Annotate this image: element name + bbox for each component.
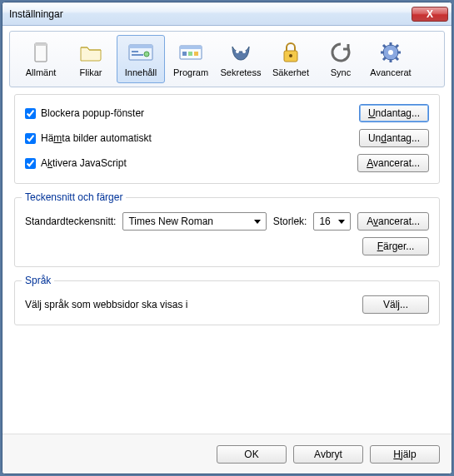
tab-label: Sync <box>331 67 351 77</box>
close-button[interactable]: X <box>412 7 448 22</box>
block-popups-checkbox[interactable] <box>25 108 36 119</box>
dialog-footer: OK Avbryt Hjälp <box>2 434 452 474</box>
mask-icon <box>227 41 254 64</box>
svg-rect-11 <box>194 52 198 56</box>
enable-js-label: Aktivera JavaScript <box>41 157 357 169</box>
js-advanced-button[interactable]: Avancerat... <box>357 154 429 172</box>
load-images-checkbox[interactable] <box>25 133 36 144</box>
block-popups-label: Blockera popup-fönster <box>41 107 359 119</box>
load-images-label: Hämta bilder automatiskt <box>41 132 359 144</box>
svg-rect-10 <box>188 52 192 56</box>
tab-general[interactable]: Allmänt <box>17 35 65 83</box>
sync-icon <box>327 41 354 64</box>
popup-exceptions-button[interactable]: Undantag... <box>359 104 429 122</box>
language-title: Språk <box>22 275 54 286</box>
category-toolbar: Allmänt Flikar Innehåll Program Sekretes… <box>9 31 445 87</box>
tab-privacy[interactable]: Sekretess <box>217 35 265 83</box>
tab-sync[interactable]: Sync <box>317 35 365 83</box>
size-label: Storlek: <box>273 216 307 227</box>
svg-rect-5 <box>132 54 143 56</box>
font-select[interactable]: Times New Roman <box>122 212 266 231</box>
tab-content[interactable]: Innehåll <box>117 35 165 83</box>
tab-label: Avancerat <box>370 67 411 77</box>
svg-rect-4 <box>132 51 138 52</box>
folder-icon <box>77 41 104 64</box>
gear-icon <box>377 41 404 64</box>
svg-line-23 <box>396 57 398 60</box>
svg-point-12 <box>236 50 239 53</box>
svg-rect-8 <box>180 46 202 49</box>
fonts-group: Teckensnitt och färger Standardteckensni… <box>14 197 440 267</box>
window-title: Inställningar <box>9 8 412 20</box>
size-value: 16 <box>319 216 330 227</box>
popup-group: Blockera popup-fönster Undantag... Hämta… <box>14 94 440 184</box>
svg-rect-9 <box>182 52 187 56</box>
svg-point-15 <box>289 54 292 57</box>
tab-security[interactable]: Säkerhet <box>267 35 315 83</box>
svg-line-22 <box>383 45 386 47</box>
tab-label: Sekretess <box>221 67 262 77</box>
svg-point-6 <box>144 52 149 57</box>
tab-label: Säkerhet <box>272 67 309 77</box>
svg-line-25 <box>396 45 398 47</box>
font-value: Times New Roman <box>128 216 213 227</box>
fonts-title: Teckensnitt och färger <box>22 191 126 203</box>
default-font-label: Standardteckensnitt: <box>25 216 116 227</box>
tab-tabs[interactable]: Flikar <box>67 35 115 83</box>
general-icon <box>27 41 54 64</box>
ok-button[interactable]: OK <box>217 445 287 464</box>
tab-label: Program <box>173 67 208 77</box>
svg-rect-3 <box>129 45 152 48</box>
svg-rect-1 <box>35 43 47 46</box>
svg-point-17 <box>388 50 393 55</box>
svg-rect-0 <box>35 43 47 62</box>
content-icon <box>127 41 154 64</box>
lock-icon <box>277 41 304 64</box>
svg-point-13 <box>242 50 246 53</box>
language-group: Språk Välj språk som webbsidor ska visas… <box>14 280 440 325</box>
tab-label: Flikar <box>80 67 102 77</box>
titlebar: Inställningar X <box>2 2 452 26</box>
tab-applications[interactable]: Program <box>167 35 215 83</box>
tab-label: Innehåll <box>125 67 157 77</box>
apps-icon <box>177 41 204 64</box>
tab-advanced[interactable]: Avancerat <box>367 35 415 83</box>
fonts-advanced-button[interactable]: Avancerat... <box>357 212 429 231</box>
language-choose-button[interactable]: Välj... <box>362 295 429 314</box>
image-exceptions-button[interactable]: Undantag... <box>359 129 429 147</box>
enable-js-checkbox[interactable] <box>25 158 36 169</box>
svg-line-24 <box>383 57 386 60</box>
cancel-button[interactable]: Avbryt <box>293 445 363 464</box>
close-icon: X <box>427 8 433 20</box>
content-panel: Blockera popup-fönster Undantag... Hämta… <box>2 87 452 434</box>
colors-button[interactable]: Färger... <box>362 237 429 255</box>
size-select[interactable]: 16 <box>313 212 351 231</box>
settings-window: Inställningar X Allmänt Flikar Innehåll <box>2 2 452 474</box>
language-desc: Välj språk som webbsidor ska visas i <box>25 299 187 310</box>
tab-label: Allmänt <box>26 67 57 77</box>
help-button[interactable]: Hjälp <box>370 445 440 464</box>
